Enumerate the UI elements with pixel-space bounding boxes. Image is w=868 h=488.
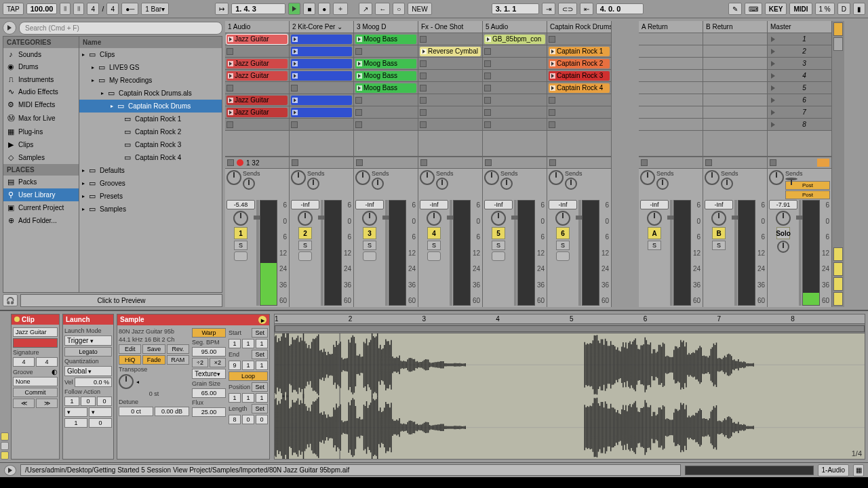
clip[interactable]: Jazz Guitar [226,108,288,117]
edit-button[interactable]: Edit [119,344,141,354]
scene-slot[interactable]: 7 [768,106,831,119]
track-status[interactable] [418,157,482,169]
len-set[interactable]: Set [252,404,268,413]
send-a-knob[interactable] [640,170,655,185]
send-b-knob[interactable] [785,178,797,180]
sig-den[interactable]: 4 [106,3,119,15]
empty-clip-slot[interactable] [418,70,482,82]
track-status[interactable] [290,157,353,169]
arm-button[interactable] [556,251,570,261]
tree-item[interactable]: ▸ ▭Presets [79,190,222,203]
groove-hot-icon[interactable]: ◐ [52,368,58,375]
send-b-knob[interactable] [656,178,669,190]
fade-button[interactable]: Fade [142,355,165,365]
track-activator[interactable]: 3 [363,227,376,239]
arm-button[interactable] [363,251,376,261]
scene-slot[interactable]: 8 [768,119,831,131]
clip-slot[interactable]: Jazz Guitar [225,58,289,70]
clip-play-icon[interactable] [292,61,298,66]
midi-map[interactable]: MIDI [789,3,812,15]
stop-button-icon[interactable] [549,36,555,43]
arrange-view-tab[interactable] [833,37,843,51]
empty-clip-slot[interactable] [225,119,289,131]
track-header[interactable]: Captain Rock Drums [547,21,611,33]
arm-button[interactable] [427,251,441,261]
grain-field[interactable]: 65.00 [192,388,226,398]
key-map[interactable]: KEY [765,3,787,15]
scene-launch-icon[interactable] [769,72,777,80]
session-record[interactable]: NEW [408,3,431,15]
clip[interactable]: Moog Bass [355,35,416,44]
segbpm-field[interactable]: 95.00 [192,347,226,357]
arrangement-position[interactable]: 1. 4. 3 [231,3,285,14]
scene-launch-icon[interactable] [769,60,777,68]
half-button[interactable]: ÷2 [192,358,208,367]
stop-button-icon[interactable] [355,97,362,104]
detail-toggle1[interactable] [1,432,9,441]
browser-collapse[interactable] [3,21,16,35]
send-b-knob[interactable] [565,178,577,190]
detail-toggle3[interactable] [1,451,9,460]
legato-button[interactable]: Legato [64,347,112,357]
sample-edit-icon[interactable]: ▸ [258,316,267,324]
post-button[interactable]: Post [785,190,830,199]
computer-midi[interactable]: ⌨ [745,3,762,15]
clip-play-icon[interactable] [550,85,555,91]
pan-knob[interactable] [647,211,662,226]
arm-button[interactable] [234,251,248,261]
send-a-knob[interactable] [226,170,241,185]
track-header[interactable]: A Return [639,21,703,33]
prev-button[interactable]: ≪ [13,399,35,408]
empty-clip-slot[interactable] [418,119,482,131]
overload-indicator[interactable]: D [837,3,850,15]
fader-track[interactable] [256,200,259,306]
pos-3[interactable]: 1 [256,393,268,403]
clip-slot[interactable] [290,33,353,45]
category-drums[interactable]: ◉Drums [3,60,79,73]
clip-play-icon[interactable] [357,85,362,91]
session-view-tab[interactable] [833,22,843,36]
end-3[interactable]: 1 [256,361,268,370]
warp-mode-field[interactable]: Texture▾ [192,369,226,379]
send-a-knob[interactable] [420,170,435,185]
empty-clip-slot[interactable] [418,82,482,94]
empty-clip-slot[interactable] [418,58,482,70]
category-sounds[interactable]: ♪Sounds [3,48,79,60]
scene-launch-icon[interactable] [769,84,777,92]
clip-play-icon[interactable] [292,73,298,79]
fader-track[interactable] [514,200,517,306]
device-view-toggle[interactable]: ▦ [853,464,864,476]
track-activator[interactable]: 5 [492,227,505,239]
clip[interactable]: Jazz Guitar [226,59,288,68]
clip-slot[interactable]: GB_85bpm_con [483,33,547,45]
vel-field[interactable]: 0.0 % [75,378,112,387]
volume-field[interactable]: -Inf [420,200,448,209]
solo-button[interactable]: S [492,241,505,250]
fa-beats[interactable]: 0 [81,396,96,406]
double-button[interactable]: ×2 [210,358,226,367]
save-button[interactable]: Save [142,344,165,354]
groove-field[interactable]: None [13,377,58,386]
clip[interactable]: Captain Rock 1 [549,47,610,56]
volume-field[interactable]: -Inf [705,200,733,209]
clip-slot[interactable]: Jazz Guitar [225,106,289,119]
empty-clip-slot[interactable] [483,106,547,119]
start-3[interactable]: 1 [256,339,268,348]
category-midi-effects[interactable]: ⚙MIDI Effects [3,98,79,111]
fa-16ths[interactable]: 0 [97,396,112,406]
empty-clip-slot[interactable] [547,94,611,106]
nudge-down[interactable]: ⦀ [60,3,71,15]
track-header[interactable]: B Return [703,21,767,33]
clip[interactable]: Moog Bass [355,59,416,68]
clip[interactable] [291,71,352,81]
play-button[interactable] [288,3,300,15]
clip[interactable]: Jazz Guitar [226,71,288,81]
scene-slot[interactable]: 6 [768,94,831,106]
clip-play-icon[interactable] [550,61,555,66]
clip-slot[interactable]: Jazz Guitar [225,70,289,82]
quantize-menu[interactable]: 1 Bar ▾ [141,3,169,15]
clip-slot[interactable]: Moog Bass [354,33,418,45]
fader-track[interactable] [734,200,737,306]
pos-set[interactable]: Set [252,382,268,392]
track-status[interactable] [483,157,547,169]
